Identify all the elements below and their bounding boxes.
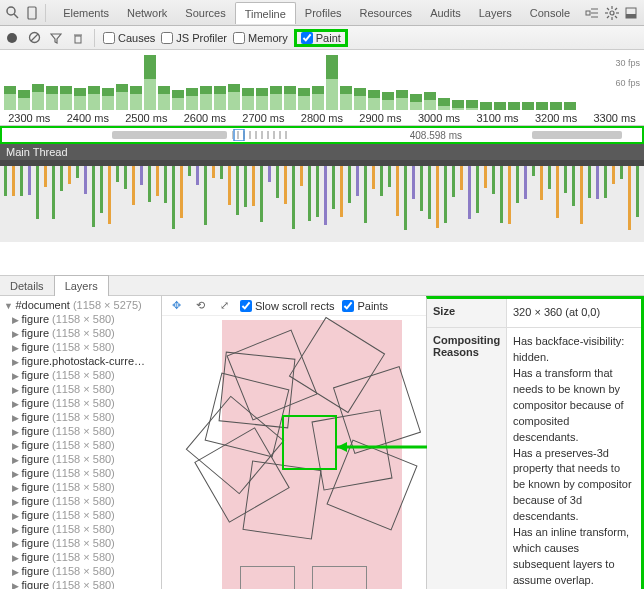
tab-resources[interactable]: Resources xyxy=(351,2,422,24)
detail-tabs: Details Layers xyxy=(0,276,644,296)
range-ticks xyxy=(232,129,342,141)
tab-network[interactable]: Network xyxy=(118,2,176,24)
paint-checkbox[interactable]: Paint xyxy=(301,32,341,44)
tree-item[interactable]: figure (1158 × 580) xyxy=(0,522,161,536)
tree-item[interactable]: figure (1158 × 580) xyxy=(0,452,161,466)
tree-root[interactable]: #document (1158 × 5275) xyxy=(0,298,161,312)
paint-highlight: Paint xyxy=(294,29,348,47)
svg-marker-35 xyxy=(337,442,347,452)
memory-label: Memory xyxy=(248,32,288,44)
tree-item[interactable]: figure (1158 × 580) xyxy=(0,382,161,396)
pan-icon[interactable]: ✥ xyxy=(168,298,184,314)
svg-line-15 xyxy=(615,8,617,10)
device-icon[interactable] xyxy=(24,3,42,23)
paints-checkbox[interactable]: Paints xyxy=(342,300,388,312)
svg-line-20 xyxy=(31,34,38,41)
main-thread-header: Main Thread xyxy=(0,144,644,160)
devtools-toolbar: Elements Network Sources Timeline Profil… xyxy=(0,0,644,26)
prop-size-val: 320 × 360 (at 0,0) xyxy=(507,299,641,327)
range-handle-right[interactable] xyxy=(532,131,622,139)
svg-rect-33 xyxy=(234,129,244,141)
paint-label: Paint xyxy=(316,32,341,44)
selected-layer[interactable] xyxy=(282,415,337,470)
causes-label: Causes xyxy=(118,32,155,44)
tab-profiles[interactable]: Profiles xyxy=(296,2,351,24)
svg-line-14 xyxy=(607,16,609,18)
dock-icon[interactable] xyxy=(622,3,640,23)
svg-rect-3 xyxy=(586,11,590,15)
separator xyxy=(45,4,46,22)
jsprofiler-checkbox[interactable]: JS Profiler xyxy=(161,32,227,44)
tree-item[interactable]: figure (1158 × 580) xyxy=(0,466,161,480)
blank-area xyxy=(0,242,644,276)
svg-rect-17 xyxy=(626,14,636,18)
tree-item[interactable]: figure (1158 × 580) xyxy=(0,578,161,589)
tree-item[interactable]: figure (1158 × 580) xyxy=(0,494,161,508)
tree-item[interactable]: figure (1158 × 580) xyxy=(0,424,161,438)
svg-point-7 xyxy=(610,11,614,15)
tree-item[interactable]: figure (1158 × 580) xyxy=(0,312,161,326)
svg-rect-21 xyxy=(75,36,81,43)
viz-toolbar: ✥ ⟲ ⤢ Slow scroll rects Paints xyxy=(162,296,426,316)
tab-layers[interactable]: Layers xyxy=(470,2,521,24)
tree-item[interactable]: figure.photostack-curre… xyxy=(0,354,161,368)
jsprofiler-label: JS Profiler xyxy=(176,32,227,44)
clear-icon[interactable] xyxy=(26,30,42,46)
svg-point-18 xyxy=(7,33,17,43)
prop-reasons-key: Compositing Reasons xyxy=(427,328,507,589)
tree-item[interactable]: figure (1158 × 580) xyxy=(0,396,161,410)
reset-icon[interactable]: ⤢ xyxy=(216,298,232,314)
layer-properties: Size320 × 360 (at 0,0) Compositing Reaso… xyxy=(426,296,644,589)
tree-item[interactable]: figure (1158 × 580) xyxy=(0,410,161,424)
tab-timeline[interactable]: Timeline xyxy=(235,2,296,24)
search-icon[interactable] xyxy=(4,3,22,23)
tree-item[interactable]: figure (1158 × 580) xyxy=(0,438,161,452)
range-value: 408.598 ms xyxy=(410,130,462,141)
prop-size-key: Size xyxy=(427,299,507,327)
causes-checkbox[interactable]: Causes xyxy=(103,32,155,44)
tab-console[interactable]: Console xyxy=(521,2,579,24)
tree-item[interactable]: figure (1158 × 580) xyxy=(0,508,161,522)
range-handle-left[interactable] xyxy=(112,131,227,139)
tab-layers-sub[interactable]: Layers xyxy=(54,275,109,296)
tab-audits[interactable]: Audits xyxy=(421,2,470,24)
tree-item[interactable]: figure (1158 × 580) xyxy=(0,536,161,550)
layer-visualization[interactable]: ✥ ⟲ ⤢ Slow scroll rects Paints xyxy=(162,296,426,589)
tab-details[interactable]: Details xyxy=(0,276,54,296)
tree-item[interactable]: figure (1158 × 580) xyxy=(0,564,161,578)
layers-panel: #document (1158 × 5275)figure (1158 × 58… xyxy=(0,296,644,589)
garbage-icon[interactable] xyxy=(70,30,86,46)
time-axis: 2300 ms2400 ms2500 ms2600 ms2700 ms2800 … xyxy=(0,110,644,126)
prop-reasons-val: Has backface-visibility: hidden.Has a tr… xyxy=(507,328,641,589)
tree-item[interactable]: figure (1158 × 580) xyxy=(0,326,161,340)
separator xyxy=(94,29,95,47)
fps-bars xyxy=(4,50,640,110)
svg-line-1 xyxy=(14,14,18,18)
range-selector[interactable]: 408.598 ms xyxy=(0,126,644,144)
panel-tabs: Elements Network Sources Timeline Profil… xyxy=(54,2,579,24)
flame-chart[interactable] xyxy=(0,160,644,242)
drawer-icon[interactable] xyxy=(583,3,601,23)
settings-icon[interactable] xyxy=(603,3,621,23)
tree-item[interactable]: figure (1158 × 580) xyxy=(0,480,161,494)
rotate-icon[interactable]: ⟲ xyxy=(192,298,208,314)
tab-elements[interactable]: Elements xyxy=(54,2,118,24)
svg-point-0 xyxy=(7,7,15,15)
svg-rect-2 xyxy=(28,7,36,19)
tree-item[interactable]: figure (1158 × 580) xyxy=(0,340,161,354)
callout-arrow-icon xyxy=(337,440,432,454)
svg-line-12 xyxy=(607,8,609,10)
tree-item[interactable]: figure (1158 × 580) xyxy=(0,368,161,382)
tab-sources[interactable]: Sources xyxy=(176,2,234,24)
fps-overview[interactable]: 30 fps 60 fps xyxy=(0,50,644,110)
record-icon[interactable] xyxy=(4,30,20,46)
filter-icon[interactable] xyxy=(48,30,64,46)
timeline-toolbar: Causes JS Profiler Memory Paint xyxy=(0,26,644,50)
tree-item[interactable]: figure (1158 × 580) xyxy=(0,550,161,564)
memory-checkbox[interactable]: Memory xyxy=(233,32,288,44)
slow-rects-checkbox[interactable]: Slow scroll rects xyxy=(240,300,334,312)
layer-tree[interactable]: #document (1158 × 5275)figure (1158 × 58… xyxy=(0,296,162,589)
svg-line-13 xyxy=(615,16,617,18)
viz-canvas[interactable] xyxy=(182,320,406,589)
